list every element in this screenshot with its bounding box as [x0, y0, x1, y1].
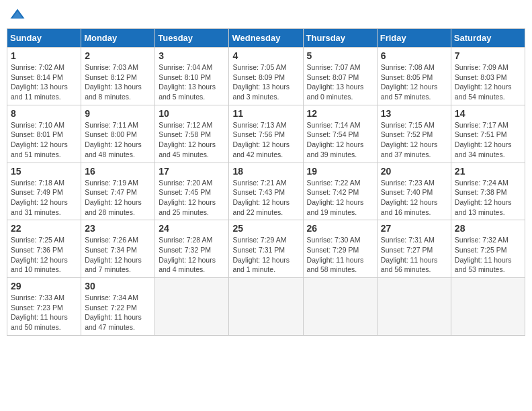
- day-number: 23: [85, 223, 151, 234]
- day-number: 17: [159, 166, 225, 177]
- day-number: 20: [381, 166, 447, 177]
- day-info: Sunrise: 7:32 AM Sunset: 7:25 PM Dayligh…: [455, 235, 521, 275]
- day-info: Sunrise: 7:19 AM Sunset: 7:47 PM Dayligh…: [85, 178, 151, 218]
- day-info: Sunrise: 7:09 AM Sunset: 8:03 PM Dayligh…: [455, 62, 521, 102]
- day-info: Sunrise: 7:33 AM Sunset: 7:23 PM Dayligh…: [11, 293, 77, 332]
- day-info: Sunrise: 7:21 AM Sunset: 7:43 PM Dayligh…: [232, 178, 299, 218]
- day-info: Sunrise: 7:03 AM Sunset: 8:12 PM Dayligh…: [85, 62, 151, 102]
- calendar-cell: 22Sunrise: 7:25 AM Sunset: 7:36 PM Dayli…: [7, 220, 81, 278]
- day-info: Sunrise: 7:15 AM Sunset: 7:52 PM Dayligh…: [381, 120, 447, 160]
- day-info: Sunrise: 7:18 AM Sunset: 7:49 PM Dayligh…: [11, 178, 77, 218]
- day-number: 30: [85, 281, 151, 291]
- calendar-cell: 14Sunrise: 7:17 AM Sunset: 7:51 PM Dayli…: [451, 105, 525, 163]
- day-header-sunday: Sunday: [7, 29, 81, 48]
- day-number: 14: [455, 108, 521, 119]
- calendar-cell: 19Sunrise: 7:22 AM Sunset: 7:42 PM Dayli…: [303, 163, 377, 220]
- day-number: 24: [159, 223, 225, 234]
- calendar-cell: 26Sunrise: 7:30 AM Sunset: 7:29 PM Dayli…: [303, 220, 377, 278]
- calendar-cell: [155, 278, 229, 336]
- calendar-cell: 4Sunrise: 7:05 AM Sunset: 8:09 PM Daylig…: [229, 48, 303, 105]
- calendar-week-row: 29Sunrise: 7:33 AM Sunset: 7:23 PM Dayli…: [7, 278, 525, 336]
- day-number: 4: [232, 50, 299, 61]
- calendar-cell: 2Sunrise: 7:03 AM Sunset: 8:12 PM Daylig…: [81, 48, 155, 105]
- day-info: Sunrise: 7:28 AM Sunset: 7:32 PM Dayligh…: [159, 235, 225, 275]
- calendar-cell: 7Sunrise: 7:09 AM Sunset: 8:03 PM Daylig…: [451, 48, 525, 105]
- calendar-cell: 5Sunrise: 7:07 AM Sunset: 8:07 PM Daylig…: [303, 48, 377, 105]
- day-info: Sunrise: 7:25 AM Sunset: 7:36 PM Dayligh…: [11, 235, 77, 275]
- calendar-week-row: 1Sunrise: 7:02 AM Sunset: 8:14 PM Daylig…: [7, 48, 525, 105]
- day-header-saturday: Saturday: [451, 29, 525, 48]
- day-number: 21: [455, 166, 521, 177]
- day-number: 25: [232, 223, 299, 234]
- day-number: 3: [159, 50, 225, 61]
- calendar-cell: 28Sunrise: 7:32 AM Sunset: 7:25 PM Dayli…: [451, 220, 525, 278]
- day-number: 1: [11, 50, 77, 61]
- day-info: Sunrise: 7:17 AM Sunset: 7:51 PM Dayligh…: [455, 120, 521, 160]
- day-info: Sunrise: 7:07 AM Sunset: 8:07 PM Dayligh…: [307, 62, 373, 102]
- day-header-thursday: Thursday: [303, 29, 377, 48]
- day-info: Sunrise: 7:08 AM Sunset: 8:05 PM Dayligh…: [381, 62, 447, 102]
- logo: [9, 7, 28, 23]
- day-info: Sunrise: 7:31 AM Sunset: 7:27 PM Dayligh…: [381, 235, 447, 275]
- day-info: Sunrise: 7:26 AM Sunset: 7:34 PM Dayligh…: [85, 235, 151, 275]
- calendar-cell: 15Sunrise: 7:18 AM Sunset: 7:49 PM Dayli…: [7, 163, 81, 220]
- calendar-cell: 6Sunrise: 7:08 AM Sunset: 8:05 PM Daylig…: [377, 48, 451, 105]
- calendar-cell: [451, 278, 525, 336]
- calendar-cell: 17Sunrise: 7:20 AM Sunset: 7:45 PM Dayli…: [155, 163, 229, 220]
- day-info: Sunrise: 7:20 AM Sunset: 7:45 PM Dayligh…: [159, 178, 225, 218]
- day-number: 11: [232, 108, 299, 119]
- day-info: Sunrise: 7:30 AM Sunset: 7:29 PM Dayligh…: [307, 235, 373, 275]
- day-number: 9: [85, 108, 151, 119]
- calendar-cell: 27Sunrise: 7:31 AM Sunset: 7:27 PM Dayli…: [377, 220, 451, 278]
- calendar-table: SundayMondayTuesdayWednesdayThursdayFrid…: [7, 28, 525, 336]
- day-number: 13: [381, 108, 447, 119]
- calendar-cell: 25Sunrise: 7:29 AM Sunset: 7:31 PM Dayli…: [229, 220, 303, 278]
- day-info: Sunrise: 7:12 AM Sunset: 7:58 PM Dayligh…: [159, 120, 225, 160]
- page-header: [7, 7, 525, 23]
- day-info: Sunrise: 7:24 AM Sunset: 7:38 PM Dayligh…: [455, 178, 521, 218]
- day-info: Sunrise: 7:13 AM Sunset: 7:56 PM Dayligh…: [232, 120, 299, 160]
- day-number: 19: [307, 166, 373, 177]
- day-number: 18: [232, 166, 299, 177]
- day-info: Sunrise: 7:34 AM Sunset: 7:22 PM Dayligh…: [85, 293, 151, 332]
- day-info: Sunrise: 7:29 AM Sunset: 7:31 PM Dayligh…: [232, 235, 299, 275]
- logo-icon: [9, 7, 26, 23]
- day-number: 10: [159, 108, 225, 119]
- calendar-cell: [229, 278, 303, 336]
- day-number: 8: [11, 108, 77, 119]
- day-info: Sunrise: 7:22 AM Sunset: 7:42 PM Dayligh…: [307, 178, 373, 218]
- calendar-week-row: 22Sunrise: 7:25 AM Sunset: 7:36 PM Dayli…: [7, 220, 525, 278]
- day-number: 28: [455, 223, 521, 234]
- day-number: 27: [381, 223, 447, 234]
- day-number: 26: [307, 223, 373, 234]
- calendar-cell: 11Sunrise: 7:13 AM Sunset: 7:56 PM Dayli…: [229, 105, 303, 163]
- day-header-tuesday: Tuesday: [155, 29, 229, 48]
- day-info: Sunrise: 7:14 AM Sunset: 7:54 PM Dayligh…: [307, 120, 373, 160]
- day-info: Sunrise: 7:05 AM Sunset: 8:09 PM Dayligh…: [232, 62, 299, 102]
- calendar-cell: 9Sunrise: 7:11 AM Sunset: 8:00 PM Daylig…: [81, 105, 155, 163]
- calendar-cell: 21Sunrise: 7:24 AM Sunset: 7:38 PM Dayli…: [451, 163, 525, 220]
- calendar-cell: 10Sunrise: 7:12 AM Sunset: 7:58 PM Dayli…: [155, 105, 229, 163]
- day-number: 6: [381, 50, 447, 61]
- day-info: Sunrise: 7:02 AM Sunset: 8:14 PM Dayligh…: [11, 62, 77, 102]
- day-info: Sunrise: 7:04 AM Sunset: 8:10 PM Dayligh…: [159, 62, 225, 102]
- calendar-cell: [303, 278, 377, 336]
- calendar-cell: 23Sunrise: 7:26 AM Sunset: 7:34 PM Dayli…: [81, 220, 155, 278]
- calendar-cell: 24Sunrise: 7:28 AM Sunset: 7:32 PM Dayli…: [155, 220, 229, 278]
- calendar-cell: 18Sunrise: 7:21 AM Sunset: 7:43 PM Dayli…: [229, 163, 303, 220]
- calendar-week-row: 15Sunrise: 7:18 AM Sunset: 7:49 PM Dayli…: [7, 163, 525, 220]
- day-number: 15: [11, 166, 77, 177]
- day-number: 5: [307, 50, 373, 61]
- day-number: 16: [85, 166, 151, 177]
- calendar-cell: 20Sunrise: 7:23 AM Sunset: 7:40 PM Dayli…: [377, 163, 451, 220]
- calendar-cell: 13Sunrise: 7:15 AM Sunset: 7:52 PM Dayli…: [377, 105, 451, 163]
- calendar-cell: [377, 278, 451, 336]
- calendar-cell: 16Sunrise: 7:19 AM Sunset: 7:47 PM Dayli…: [81, 163, 155, 220]
- day-number: 2: [85, 50, 151, 61]
- day-number: 7: [455, 50, 521, 61]
- day-number: 12: [307, 108, 373, 119]
- calendar-cell: 29Sunrise: 7:33 AM Sunset: 7:23 PM Dayli…: [7, 278, 81, 336]
- day-number: 29: [11, 281, 77, 291]
- day-info: Sunrise: 7:10 AM Sunset: 8:01 PM Dayligh…: [11, 120, 77, 160]
- calendar-week-row: 8Sunrise: 7:10 AM Sunset: 8:01 PM Daylig…: [7, 105, 525, 163]
